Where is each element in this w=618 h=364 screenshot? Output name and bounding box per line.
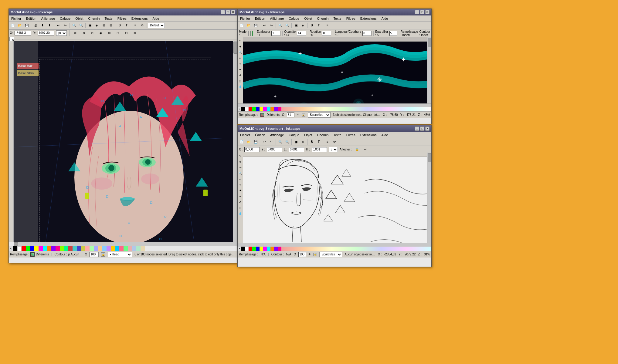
br-align[interactable]: ≡ (324, 139, 331, 145)
main-canvas[interactable]: Base Har Base Skin (14, 41, 233, 242)
br-ellipse-tool[interactable]: ○ (238, 182, 243, 187)
tr-fill-box[interactable] (260, 113, 264, 117)
palette-green[interactable] (26, 246, 30, 251)
none-color[interactable]: ✕ (9, 246, 13, 251)
tr-menu-aide[interactable]: Aide (380, 17, 389, 20)
br-gradient-tool[interactable]: ◫ (238, 205, 243, 211)
br-w-input[interactable] (289, 147, 304, 152)
tr-lock-icon[interactable]: 🔒 (302, 113, 305, 117)
menu-calque[interactable]: Calque (59, 17, 72, 20)
undo-button[interactable]: ↩ (55, 22, 62, 29)
import-button[interactable]: ⬇ (39, 22, 46, 29)
tr-palette-blue[interactable] (256, 107, 260, 111)
snap-button-6[interactable]: ⊡ (114, 30, 121, 36)
zoom-out-button[interactable]: 🔍 (78, 22, 84, 29)
top-right-canvas[interactable]: ✦ ✦ ✦ ✦ ✦ ✦ ✦ ✦ ✦ (243, 37, 427, 103)
bold-button[interactable]: B (116, 22, 123, 29)
tr-menu-filtres[interactable]: Filtres (345, 17, 357, 20)
export-button[interactable]: ⬆ (46, 22, 53, 29)
tr-horizontal-scrollbar[interactable] (238, 103, 431, 107)
br-text-tool[interactable]: A (238, 199, 243, 205)
br-maximize-button[interactable]: □ (420, 126, 424, 131)
text-button[interactable]: T (123, 22, 130, 29)
tr-palette-purple[interactable] (274, 107, 278, 111)
node-button[interactable]: ◈ (93, 22, 100, 29)
ungroup-button[interactable]: ⊟ (107, 22, 114, 29)
br-minimize-button[interactable]: _ (415, 126, 419, 131)
br-lock-icon[interactable]: 🔒 (313, 253, 317, 256)
close-button[interactable]: ✕ (231, 10, 235, 14)
tr-text-tool[interactable]: A (238, 72, 243, 78)
br-palette-purple[interactable] (274, 247, 278, 251)
snap-button-5[interactable]: ⊞ (106, 30, 113, 36)
br-node-tool[interactable]: ◈ (238, 159, 243, 164)
br-menu-extensions[interactable]: Extensions (359, 133, 378, 137)
palette-lightgreen[interactable] (90, 246, 94, 251)
tr-new[interactable]: 📄 (238, 22, 245, 29)
br-horizontal-scrollbar[interactable] (238, 243, 431, 247)
br-palette-black[interactable] (241, 247, 245, 251)
palette-cyan[interactable] (43, 246, 47, 251)
palette-darkblue[interactable] (77, 246, 81, 251)
br-none-color[interactable]: ✕ (238, 247, 241, 251)
br-zoom-in[interactable]: 🔍 (277, 139, 284, 145)
epaisseur-input[interactable] (271, 31, 280, 36)
br-redo[interactable]: ↪ (268, 139, 275, 145)
palette-blue[interactable] (30, 246, 34, 251)
snap-button-1[interactable]: ⊕ (72, 30, 79, 36)
tr-menu-affichage[interactable]: Affichage (269, 17, 285, 20)
br-menu-calque[interactable]: Calque (287, 133, 301, 137)
br-node[interactable]: ◈ (300, 139, 306, 145)
br-eye-icon[interactable]: 👁 (308, 253, 311, 256)
tr-opacity-input[interactable] (287, 113, 294, 117)
tr-none-color[interactable]: ✕ (238, 107, 241, 111)
tr-gradient-tool[interactable]: ◫ (238, 78, 243, 84)
br-apply[interactable]: ↵ (362, 146, 369, 153)
tr-menu-objet[interactable]: Objet (303, 17, 313, 20)
tr-pen-tool[interactable]: ✒ (238, 67, 243, 72)
fill-color-box[interactable] (30, 252, 35, 257)
palette-lightred[interactable] (85, 246, 90, 251)
br-close-button[interactable]: ✕ (425, 126, 430, 131)
palette-black[interactable] (13, 246, 17, 251)
tr-undo[interactable]: ↩ (261, 22, 268, 29)
br-zoom-tool[interactable]: 🔍 (238, 170, 243, 176)
tr-select[interactable]: ▣ (293, 22, 299, 29)
br-pen-tool[interactable]: ✒ (238, 194, 243, 199)
br-text[interactable]: T (315, 139, 322, 145)
br-palette-blue[interactable] (256, 247, 260, 251)
palette-rose[interactable] (119, 246, 124, 251)
coord-unit-select[interactable]: px mm (56, 30, 67, 36)
br-menu-chemin[interactable]: Chemin (316, 133, 330, 137)
palette-blush[interactable] (128, 246, 132, 251)
eparpiller-input[interactable] (389, 31, 397, 36)
tr-palette-magenta[interactable] (263, 107, 267, 111)
palette-red[interactable] (22, 246, 26, 251)
snap-button-8[interactable]: ⊠ (131, 30, 138, 36)
opacity-input[interactable] (90, 252, 99, 257)
tr-open[interactable]: 📂 (245, 22, 252, 29)
palette-darkyellow[interactable] (81, 246, 85, 251)
tr-menu-extensions[interactable]: Extensions (359, 17, 378, 20)
tr-node-tool[interactable]: ◈ (238, 44, 243, 49)
tr-redo[interactable]: ↪ (268, 22, 275, 29)
tr-close-button[interactable]: ✕ (425, 10, 430, 14)
menu-extensions[interactable]: Extensions (130, 17, 149, 20)
br-menu-texte[interactable]: Texte (332, 133, 342, 137)
palette-periwinkle[interactable] (132, 246, 136, 251)
br-dropper-tool[interactable]: 💧 (238, 211, 243, 216)
open-button[interactable]: 📂 (16, 22, 23, 29)
tr-zoom-in[interactable]: 🔍 (277, 22, 284, 29)
tr-dropper-tool[interactable]: 💧 (238, 84, 243, 89)
br-menu-filtres[interactable]: Filtres (345, 133, 357, 137)
transform-button[interactable]: ⟳ (139, 22, 146, 29)
scroll-thumb-v[interactable] (233, 42, 237, 54)
snap-button-3[interactable]: ⊘ (89, 30, 96, 36)
tr-menu-chemin[interactable]: Chemin (316, 17, 330, 20)
br-palette-magenta[interactable] (263, 247, 267, 251)
rotation-input[interactable] (322, 31, 331, 36)
palette-azure[interactable] (115, 246, 119, 251)
br-opacity-input[interactable] (298, 252, 306, 257)
br-palette-yellow[interactable] (260, 247, 263, 251)
menu-objet[interactable]: Objet (74, 17, 84, 20)
